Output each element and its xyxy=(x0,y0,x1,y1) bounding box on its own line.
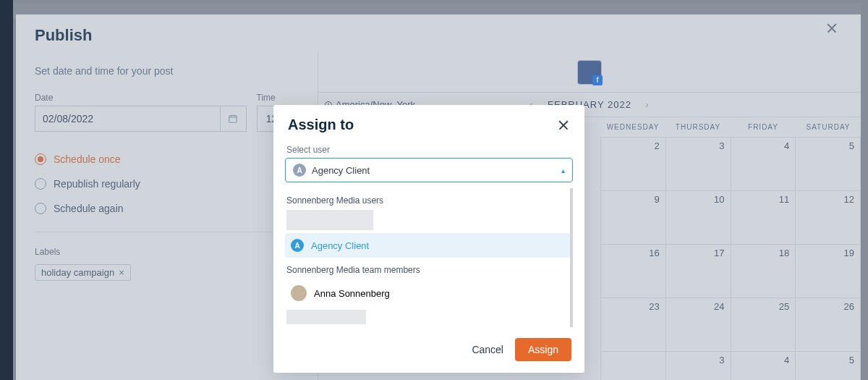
calendar-cell[interactable]: 10 xyxy=(666,191,731,245)
publish-title: Publish xyxy=(35,26,92,45)
calendar-icon[interactable] xyxy=(221,106,247,132)
avatar-icon xyxy=(291,285,307,301)
calendar-daynames: WEDNESDAY THURSDAY FRIDAY SATURDAY xyxy=(600,117,861,138)
calendar-cell[interactable]: 9 xyxy=(601,191,666,245)
date-input[interactable] xyxy=(35,106,221,132)
calendar-cell[interactable]: 3 xyxy=(666,352,731,380)
calendar-cell[interactable]: 2 xyxy=(601,138,666,191)
group-label-users: Sonnenberg Media users xyxy=(286,195,569,206)
assign-button[interactable]: Assign xyxy=(515,338,571,361)
calendar-cell[interactable]: 3 xyxy=(666,138,731,191)
calendar-cell[interactable] xyxy=(601,352,666,380)
date-label: Date xyxy=(35,93,247,103)
select-user-label: Select user xyxy=(286,145,571,155)
calendar-cell[interactable]: 23 xyxy=(601,298,666,352)
radio-label: Republish regularly xyxy=(54,178,140,190)
selected-user-text: Agency Client xyxy=(312,165,370,176)
calendar-cell[interactable]: 4 xyxy=(731,352,796,380)
redacted-user[interactable] xyxy=(286,310,366,324)
option-agency-client[interactable]: A Agency Client xyxy=(285,233,570,258)
calendar-cell[interactable]: 12 xyxy=(796,191,861,245)
calendar-cell[interactable]: 19 xyxy=(796,245,861,298)
dayname: FRIDAY xyxy=(731,123,796,131)
svg-rect-0 xyxy=(229,116,237,122)
avatar-initial-icon: A xyxy=(293,164,306,177)
time-label: Time xyxy=(257,93,299,103)
calendar-cell[interactable]: 25 xyxy=(731,298,796,352)
radio-label: Schedule once xyxy=(54,153,121,165)
publish-subtitle: Set date and time for your post xyxy=(35,65,299,77)
chip-text: holiday campaign xyxy=(41,267,114,278)
left-rail xyxy=(0,0,13,380)
radio-label: Schedule again xyxy=(54,203,124,214)
option-text: Agency Client xyxy=(311,240,369,251)
calendar-cell[interactable]: 26 xyxy=(796,298,861,352)
facebook-channel-icon[interactable] xyxy=(577,60,602,85)
calendar-cell[interactable]: 11 xyxy=(731,191,796,245)
calendar-grid: 2 3 4 5 9 10 11 12 16 17 18 19 23 24 25 … xyxy=(600,138,861,380)
dayname: WEDNESDAY xyxy=(600,123,665,131)
user-dropdown: Sonnenberg Media users A Agency Client S… xyxy=(285,188,573,327)
calendar-cell[interactable]: 24 xyxy=(666,298,731,352)
cancel-button[interactable]: Cancel xyxy=(472,344,503,355)
option-text: Anna Sonnenberg xyxy=(314,288,390,299)
calendar-cell[interactable]: 4 xyxy=(731,138,796,191)
chip-remove-icon[interactable]: × xyxy=(119,267,124,278)
radio-dot-icon xyxy=(35,153,46,165)
assign-dialog: Assign to Select user A Agency Client ▴ … xyxy=(273,105,584,373)
radio-dot-icon xyxy=(35,203,46,214)
label-chip[interactable]: holiday campaign × xyxy=(35,264,131,281)
calendar-cell[interactable]: 16 xyxy=(601,245,666,298)
option-anna-sonnenberg[interactable]: Anna Sonnenberg xyxy=(285,279,570,307)
next-month-icon[interactable]: › xyxy=(640,98,655,112)
calendar-cell[interactable]: 5 xyxy=(796,138,861,191)
user-select[interactable]: A Agency Client ▴ xyxy=(285,158,573,182)
labels-label: Labels xyxy=(35,247,299,257)
radio-republish-regularly[interactable]: Republish regularly xyxy=(35,178,299,190)
radio-schedule-again[interactable]: Schedule again xyxy=(35,203,299,214)
radio-schedule-once[interactable]: Schedule once xyxy=(35,153,299,165)
dayname: SATURDAY xyxy=(796,123,861,131)
calendar-cell[interactable]: 17 xyxy=(666,245,731,298)
group-label-team: Sonnenberg Media team members xyxy=(286,265,569,275)
avatar-initial-icon: A xyxy=(291,239,304,252)
close-icon[interactable] xyxy=(557,119,570,132)
calendar-cell[interactable]: 5 xyxy=(796,352,861,380)
close-icon[interactable] xyxy=(826,28,842,43)
dayname: THURSDAY xyxy=(665,123,731,131)
redacted-user[interactable] xyxy=(286,210,373,230)
assign-title: Assign to xyxy=(288,117,354,133)
radio-dot-icon xyxy=(35,178,46,190)
calendar-cell[interactable]: 18 xyxy=(731,245,796,298)
chevron-up-icon: ▴ xyxy=(561,166,565,174)
channel-strip xyxy=(318,52,861,93)
